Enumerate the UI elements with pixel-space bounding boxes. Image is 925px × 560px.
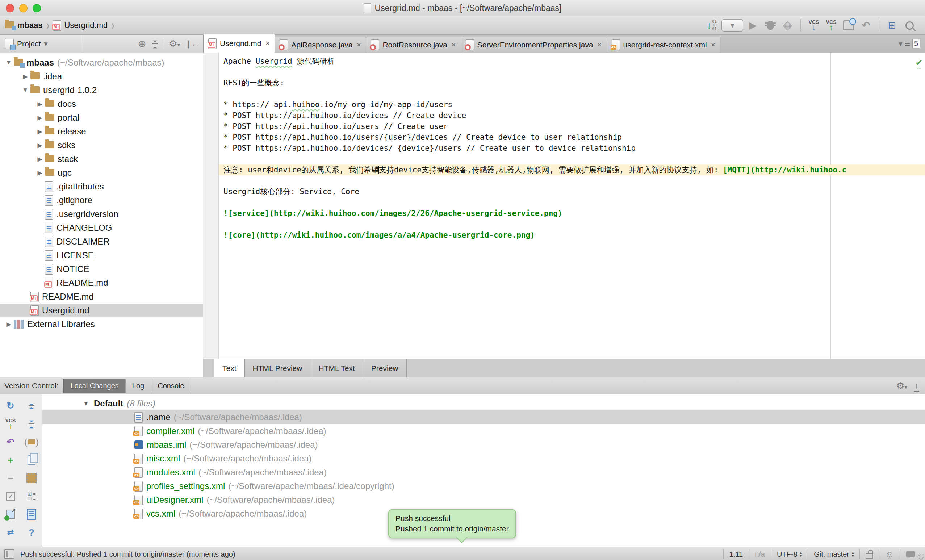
changelist-default[interactable]: ▼ Default (8 files) xyxy=(42,397,925,410)
expand-all-icon[interactable] xyxy=(21,397,42,414)
tree-item-disclaimer[interactable]: DISCLAIMER xyxy=(0,235,203,248)
tree-item-external-libraries[interactable]: ▶ External Libraries xyxy=(0,317,203,331)
chevron-collapsed-icon[interactable]: ▶ xyxy=(35,155,45,163)
tab-rootresource-java[interactable]: RootResource.java × xyxy=(366,36,461,53)
resize-grip[interactable] xyxy=(918,554,924,560)
vcs-commit-icon[interactable]: VCS↑ xyxy=(0,415,21,432)
tree-item-changelog[interactable]: CHANGELOG xyxy=(0,221,203,235)
duplicate-icon[interactable] xyxy=(21,452,42,468)
vcs-commit-icon[interactable]: VCS↑ xyxy=(824,18,839,33)
chevron-collapsed-icon[interactable]: ▶ xyxy=(35,142,45,149)
help-icon[interactable]: ? xyxy=(21,524,42,541)
shelve-icon[interactable]: ⇄ xyxy=(0,524,21,541)
tab-local-changes[interactable]: Local Changes xyxy=(63,379,125,393)
minimize-window-button[interactable] xyxy=(19,4,27,12)
git-branch-select[interactable]: Git: master ▴▾ xyxy=(807,549,859,559)
tree-item-ugc[interactable]: ▶ ugc xyxy=(0,166,203,180)
add-file-icon[interactable]: + xyxy=(0,452,21,468)
change-item-profiles-settings-xml[interactable]: profiles_settings.xml (~/Software/apache… xyxy=(42,479,925,493)
chevron-collapsed-icon[interactable]: ▶ xyxy=(35,169,45,177)
tree-item-idea[interactable]: ▶ .idea xyxy=(0,69,203,83)
tree-item-readme-md-inner[interactable]: README.md xyxy=(0,276,203,290)
checkbox-icon[interactable]: ✓ xyxy=(0,488,21,504)
change-item-modules-xml[interactable]: modules.xml (~/Software/apache/mbaas/.id… xyxy=(42,465,925,479)
remove-icon[interactable]: − xyxy=(0,470,21,486)
tab-usergrid-rest-context-xml[interactable]: usergrid-rest-context.xml × xyxy=(607,36,721,53)
close-icon[interactable]: × xyxy=(357,40,362,50)
tab-apiresponse-java[interactable]: ApiResponse.java × xyxy=(274,36,366,53)
tree-item-sdks[interactable]: ▶ sdks xyxy=(0,138,203,152)
structure-view-icon[interactable]: ⊞ xyxy=(884,18,899,33)
chevron-collapsed-icon[interactable]: ▶ xyxy=(20,73,30,80)
project-view-select[interactable]: Project ▾ xyxy=(0,35,83,53)
coverage-icon[interactable]: ▩ xyxy=(780,18,795,33)
ignore-icon[interactable] xyxy=(21,470,42,486)
details-view-icon[interactable]: ☑ =☐ = xyxy=(21,488,42,504)
line-separator-indicator[interactable]: n/a xyxy=(749,549,771,559)
close-icon[interactable]: × xyxy=(597,40,602,50)
download-icon[interactable]: ↓ xyxy=(914,381,919,390)
tab-html-preview[interactable]: HTML Preview xyxy=(244,359,311,378)
search-everywhere-icon[interactable] xyxy=(902,18,917,33)
tree-item-usergrid-md[interactable]: Usergrid.md xyxy=(0,304,203,317)
gear-icon[interactable]: ⚙▾ xyxy=(169,38,180,49)
tree-item-notice[interactable]: NOTICE xyxy=(0,262,203,276)
close-window-button[interactable] xyxy=(6,4,14,12)
chevron-expanded-icon[interactable]: ▼ xyxy=(83,400,94,407)
breadcrumb-project[interactable]: mbaas xyxy=(17,21,43,30)
tab-preview[interactable]: Preview xyxy=(363,359,407,378)
chevron-collapsed-icon[interactable]: ▶ xyxy=(35,114,45,122)
change-item-name[interactable]: .name (~/Software/apache/mbaas/.idea) xyxy=(42,410,925,424)
tree-item-usergrid-102[interactable]: ▼ usergrid-1.0.2 xyxy=(0,83,203,97)
tree-item-license[interactable]: LICENSE xyxy=(0,248,203,262)
hide-panel-icon[interactable]: ❙← xyxy=(185,39,199,48)
run-icon[interactable]: ▶ xyxy=(745,18,761,33)
breadcrumb-file[interactable]: Usergrid.md xyxy=(64,21,108,30)
chevron-collapsed-icon[interactable]: ▶ xyxy=(35,100,45,108)
close-icon[interactable]: × xyxy=(451,40,456,50)
change-item-compiler-xml[interactable]: compiler.xml (~/Software/apache/mbaas/.i… xyxy=(42,424,925,438)
close-icon[interactable]: × xyxy=(265,39,270,48)
lock-toggle[interactable] xyxy=(859,549,879,559)
tool-window-toggle-icon[interactable] xyxy=(5,549,15,559)
change-item-misc-xml[interactable]: misc.xml (~/Software/apache/mbaas/.idea) xyxy=(42,452,925,465)
collapse-all-icon[interactable] xyxy=(151,39,159,48)
tree-item-stack[interactable]: ▶ stack xyxy=(0,152,203,166)
change-item-uidesigner-xml[interactable]: uiDesigner.xml (~/Software/apache/mbaas/… xyxy=(42,493,925,507)
tab-log[interactable]: Log xyxy=(125,379,151,393)
collapse-all-icon[interactable] xyxy=(21,415,42,432)
chevron-collapsed-icon[interactable]: ▶ xyxy=(35,128,45,135)
editor[interactable]: ✔﹏ Apache Usergrid 源代码研析 REST的一些概念: * ht… xyxy=(203,53,925,359)
inspector-profile[interactable]: ☺ xyxy=(879,549,900,559)
external-diff-icon[interactable] xyxy=(0,506,21,523)
tree-item-release[interactable]: ▶ release xyxy=(0,125,203,138)
update-project-icon[interactable]: ↓ 011001 xyxy=(704,18,719,33)
zoom-window-button[interactable] xyxy=(33,4,41,12)
close-icon[interactable]: × xyxy=(711,40,716,50)
tree-item-gitattributes[interactable]: .gitattributes xyxy=(0,180,203,193)
tab-html-text[interactable]: HTML Text xyxy=(310,359,363,378)
refresh-icon[interactable]: ↻ xyxy=(0,397,21,414)
debug-icon[interactable] xyxy=(763,18,778,33)
group-by-directory-icon[interactable]: () xyxy=(21,434,42,450)
change-item-mbaas-iml[interactable]: mbaas.iml (~/Software/apache/mbaas/.idea… xyxy=(42,438,925,452)
inspections-ok-icon[interactable]: ✔﹏ xyxy=(916,57,922,69)
tab-list-dropdown[interactable]: ▾ ≡ 5 xyxy=(893,38,925,49)
chevron-collapsed-icon[interactable]: ▶ xyxy=(4,321,14,328)
vcs-update-icon[interactable]: VCS↓ xyxy=(806,18,821,33)
revert-icon[interactable]: ↶ xyxy=(0,434,21,450)
undo-icon[interactable]: ↶ xyxy=(858,18,874,33)
tree-item-gitignore[interactable]: .gitignore xyxy=(0,193,203,207)
tree-item-readme-md[interactable]: README.md xyxy=(0,290,203,304)
caret-position[interactable]: 1:11 xyxy=(723,549,749,559)
locate-file-icon[interactable]: ⊕ xyxy=(138,38,146,50)
tab-usergrid-md[interactable]: Usergrid.md × xyxy=(203,34,275,53)
run-configuration-select[interactable]: ▾ xyxy=(722,18,743,33)
gear-icon[interactable]: ⚙▾ xyxy=(896,380,907,391)
tree-item-usergridversion[interactable]: .usergridversion xyxy=(0,207,203,221)
tree-item-mbaas[interactable]: ▼ mbaas (~/Software/apache/mbaas) xyxy=(0,56,203,69)
encoding-select[interactable]: UTF-8 ▴▾ xyxy=(771,549,807,559)
tab-serverenvironmentproperties-java[interactable]: ServerEnvironmentProperties.java × xyxy=(461,36,607,53)
local-history-icon[interactable] xyxy=(841,18,856,33)
chevron-expanded-icon[interactable]: ▼ xyxy=(20,87,30,94)
